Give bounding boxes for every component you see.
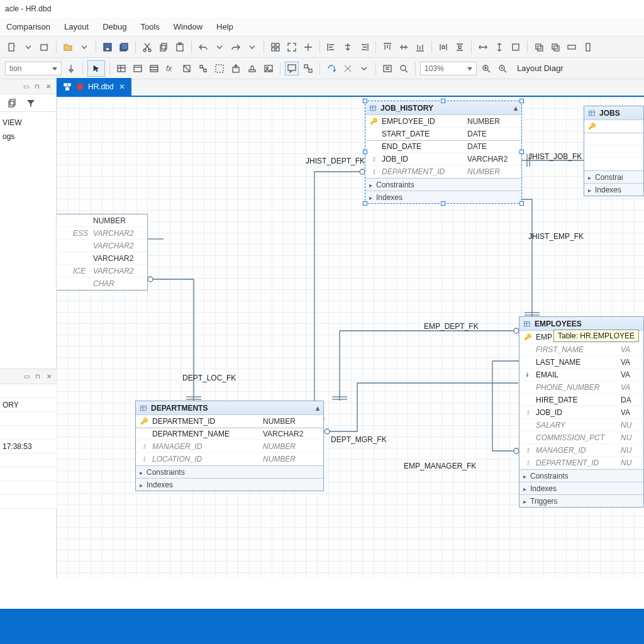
entity-section[interactable]: Indexes: [584, 183, 643, 196]
image-icon[interactable]: [262, 62, 275, 75]
seq-icon[interactable]: [196, 62, 210, 75]
column-row[interactable]: NUMBER: [57, 214, 147, 227]
column-row[interactable]: END_DATEDATE: [365, 140, 521, 153]
pane-pin2-icon[interactable]: ⊓: [35, 84, 41, 90]
table-employees[interactable]: EMPLOYEES 🔑EMPFIRST_NAMEVALAST_NAMEVA🌡EM…: [519, 316, 644, 508]
entity-section[interactable]: Constrai: [584, 170, 643, 183]
align-center-icon[interactable]: [341, 40, 355, 54]
collapse-icon[interactable]: ▴: [514, 101, 518, 115]
align-left-icon[interactable]: [325, 40, 338, 54]
column-row[interactable]: 🔑EMPLOYEE_IDNUMBER: [365, 115, 521, 128]
align-bottom-icon[interactable]: [413, 40, 427, 54]
width-icon[interactable]: [476, 40, 490, 54]
save-all-icon[interactable]: [117, 40, 131, 54]
column-row[interactable]: 🌡EMAILVA: [519, 369, 643, 381]
menu-debug[interactable]: Debug: [103, 22, 126, 31]
column-row[interactable]: ⚷LOCATION_IDNUMBER: [136, 453, 323, 465]
pane2-pin2-icon[interactable]: ⊓: [35, 374, 42, 380]
align-top-icon[interactable]: [380, 40, 394, 54]
column-row[interactable]: JOB_TIT: [584, 133, 643, 145]
relation-icon[interactable]: [301, 62, 315, 75]
more2-icon[interactable]: [581, 40, 595, 54]
new-tab-icon[interactable]: [38, 40, 52, 54]
menu-help[interactable]: Help: [216, 22, 233, 31]
save-icon[interactable]: [101, 40, 114, 54]
pin-icon[interactable]: [64, 62, 78, 75]
side-item[interactable]: ogs: [3, 130, 53, 143]
tab-hr-dbd[interactable]: HR.dbd ✕: [57, 78, 131, 96]
entity-section[interactable]: Constraints: [136, 465, 323, 478]
column-row[interactable]: 🔑DEPARTMENT_IDNUMBER: [136, 415, 323, 428]
container-icon[interactable]: [213, 62, 226, 75]
align-right-icon[interactable]: [357, 40, 371, 54]
proc-icon[interactable]: [180, 62, 194, 75]
size-icon[interactable]: [509, 40, 523, 54]
copy-icon[interactable]: [157, 40, 170, 54]
paste-icon[interactable]: [173, 40, 187, 54]
column-row[interactable]: ⚷MANAGER_IDNU: [519, 444, 643, 457]
entity-section[interactable]: Triggers: [519, 494, 643, 507]
column-row[interactable]: HIRE_DATEDA: [519, 394, 643, 406]
column-row[interactable]: COMMISSION_PCTNU: [519, 431, 643, 444]
snap-icon[interactable]: [301, 40, 315, 54]
column-row[interactable]: FIRST_NAMEVA: [519, 343, 643, 356]
pane-pin-icon[interactable]: ▭: [23, 84, 30, 90]
entity-section[interactable]: Constraints: [365, 178, 521, 191]
send-back-icon[interactable]: [548, 40, 562, 54]
menu-layout[interactable]: Layout: [64, 22, 89, 31]
dropdown2-icon[interactable]: [77, 40, 91, 54]
note-tool[interactable]: [285, 62, 299, 75]
dropdown-icon[interactable]: [21, 40, 35, 54]
column-row[interactable]: 🔑JOB_ID: [584, 120, 643, 133]
column-row[interactable]: MIN_SA: [584, 145, 643, 158]
delete-drop-icon[interactable]: [357, 62, 371, 75]
menu-window[interactable]: Window: [174, 22, 203, 31]
column-row[interactable]: ⚷DEPARTMENT_IDNUMBER: [365, 165, 521, 178]
zoom-out-icon[interactable]: [496, 62, 509, 75]
column-row[interactable]: ⚷DEPARTMENT_IDNU: [519, 457, 643, 469]
entity-section[interactable]: Indexes: [136, 478, 323, 491]
grid-icon[interactable]: [269, 40, 282, 54]
column-row[interactable]: ⚷JOB_IDVARCHAR2: [365, 153, 521, 165]
entity-section[interactable]: Constraints: [519, 469, 643, 482]
height-icon[interactable]: [492, 40, 506, 54]
view-tool-icon[interactable]: [131, 62, 145, 75]
more1-icon[interactable]: [565, 40, 579, 54]
table-job-history[interactable]: JOB_HISTORY▴ 🔑EMPLOYEE_IDNUMBERSTART_DAT…: [365, 101, 522, 204]
column-row[interactable]: LAST_NAMEVA: [519, 356, 643, 369]
column-row[interactable]: VARCHAR2: [57, 240, 147, 252]
undo-icon[interactable]: [196, 40, 210, 54]
column-row[interactable]: ⚷JOB_IDVA: [519, 406, 643, 419]
collapse-icon[interactable]: ▴: [316, 401, 319, 415]
table-tool-icon[interactable]: [114, 62, 128, 75]
column-row[interactable]: ICEVARCHAR2: [57, 265, 147, 277]
open-icon[interactable]: [61, 40, 75, 54]
refresh-icon[interactable]: [325, 62, 338, 75]
column-row[interactable]: SALARYNU: [519, 419, 643, 431]
redo-drop-icon[interactable]: [245, 40, 259, 54]
column-row[interactable]: VARCHAR2: [57, 252, 147, 265]
column-row[interactable]: MAX_SA: [584, 158, 643, 170]
pane2-pin-icon[interactable]: ▭: [24, 374, 30, 380]
options-icon[interactable]: [380, 62, 394, 75]
fx-icon[interactable]: fx: [164, 62, 177, 75]
zoom-in-icon[interactable]: [479, 62, 493, 75]
side-filter-icon[interactable]: [24, 96, 38, 110]
align-mid-icon[interactable]: [397, 40, 411, 54]
delete-icon[interactable]: [341, 62, 355, 75]
table-jobs[interactable]: JOBS 🔑JOB_IDJOB_TITMIN_SAMAX_SA Constrai…: [584, 106, 644, 196]
table-locations-fragment[interactable]: NUMBERESSVARCHAR2VARCHAR2VARCHAR2ICEVARC…: [57, 214, 148, 291]
zoom-select[interactable]: 103%: [420, 62, 477, 75]
layout-diagram-label[interactable]: Layout Diagr: [517, 64, 564, 73]
column-row[interactable]: DEPARTMENT_NAMEVARCHAR2: [136, 428, 323, 440]
new-icon[interactable]: [5, 40, 19, 54]
redo-icon[interactable]: [229, 40, 243, 54]
side-item[interactable]: VIEW: [3, 116, 53, 130]
column-row[interactable]: ESSVARCHAR2: [57, 227, 147, 240]
stamp-icon[interactable]: [245, 62, 259, 75]
dist-h-icon[interactable]: [436, 40, 450, 54]
export-icon[interactable]: [229, 62, 243, 75]
mview-tool-icon[interactable]: [147, 62, 161, 75]
zoom-fit-icon[interactable]: [397, 62, 411, 75]
pane2-close-icon[interactable]: ✕: [47, 374, 53, 380]
